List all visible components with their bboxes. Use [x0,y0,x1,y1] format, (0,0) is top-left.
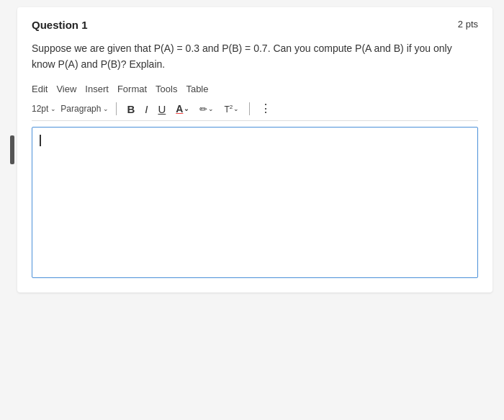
page-container: Question 1 2 pts Suppose we are given th… [0,0,504,420]
menu-edit[interactable]: Edit [32,84,48,94]
superscript-button[interactable]: T2 ⌄ [221,103,242,115]
text-cursor [40,135,41,146]
paragraph-style-value: Paragraph [60,104,101,114]
editor-toolbar: 12pt ⌄ Paragraph ⌄ B I U A ⌄ ✏ ⌄ T2 ⌄ [32,102,478,121]
question-card: Question 1 2 pts Suppose we are given th… [17,7,492,292]
left-accent-decoration [10,135,14,164]
superscript-chevron: ⌄ [233,106,239,112]
menu-view[interactable]: View [56,84,76,94]
font-color-chevron: ⌄ [184,106,189,112]
highlight-label: ✏ [199,104,207,114]
superscript-label: T2 [224,104,233,114]
toolbar-divider-1 [116,102,117,115]
underline-button[interactable]: U [155,102,168,116]
font-size-select[interactable]: 12pt ⌄ [32,104,56,114]
editor-menu-bar: Edit View Insert Format Tools Table [32,84,478,97]
italic-button[interactable]: I [142,102,150,116]
font-color-label: A [176,104,183,114]
text-editor-area[interactable] [32,127,478,278]
bold-button[interactable]: B [124,102,138,116]
menu-tools[interactable]: Tools [156,84,177,94]
question-title: Question 1 [32,19,88,31]
toolbar-divider-2 [249,102,250,115]
font-size-value: 12pt [32,104,48,114]
paragraph-chevron: ⌄ [103,105,109,112]
paragraph-style-select[interactable]: Paragraph ⌄ [60,104,109,114]
highlight-button[interactable]: ✏ ⌄ [197,103,217,115]
menu-format[interactable]: Format [117,84,147,94]
more-options-button[interactable]: ⋮ [257,102,274,116]
question-points: 2 pts [458,19,478,30]
font-size-chevron: ⌄ [50,105,56,112]
menu-insert[interactable]: Insert [85,84,109,94]
highlight-chevron: ⌄ [208,106,214,112]
question-header: Question 1 2 pts [32,19,478,31]
menu-table[interactable]: Table [186,84,208,94]
question-body: Suppose we are given that P(A) = 0.3 and… [32,41,478,72]
font-color-button[interactable]: A ⌄ [173,102,192,115]
